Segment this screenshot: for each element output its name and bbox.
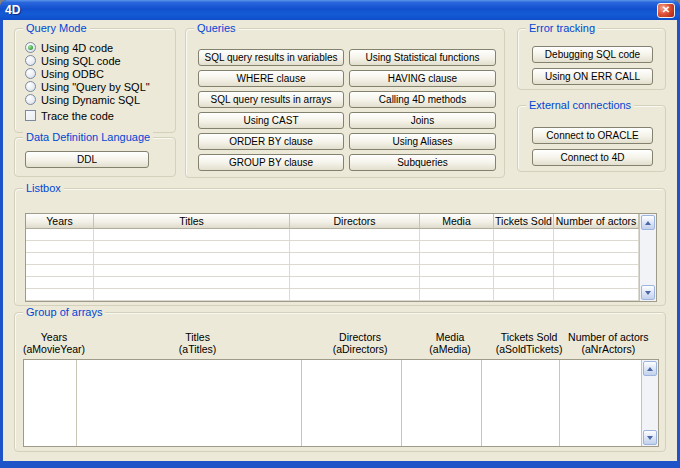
listbox-cell bbox=[494, 253, 554, 264]
listbox-cell bbox=[420, 289, 494, 300]
listbox-columns: Years Titles Directors Media Tickets Sol… bbox=[26, 214, 639, 301]
listbox-cell bbox=[554, 265, 639, 276]
group-queries: Queries SQL query results in variables W… bbox=[185, 28, 505, 178]
listbox-cell bbox=[494, 289, 554, 300]
group-query-mode-title: Query Mode bbox=[23, 22, 90, 35]
radio-using-odbc[interactable]: Using ODBC bbox=[25, 67, 104, 80]
group-listbox: Listbox Years Titles Directors Media Tic… bbox=[14, 188, 666, 306]
listbox-header-row: Years Titles Directors Media Tickets Sol… bbox=[26, 214, 639, 229]
listbox-cell bbox=[420, 265, 494, 276]
listbox-row[interactable] bbox=[26, 241, 639, 253]
arrays-header-tickets-sold: Tickets Sold (aSoldTickets) bbox=[490, 331, 568, 355]
array-column-titles[interactable] bbox=[77, 360, 302, 446]
sql-results-variables-button[interactable]: SQL query results in variables bbox=[198, 49, 344, 66]
arrays-header-titles: Titles (aTitles) bbox=[85, 331, 310, 355]
listbox-cell bbox=[420, 241, 494, 252]
listbox-header-media[interactable]: Media bbox=[420, 214, 494, 229]
group-query-mode: Query Mode Using 4D code Using SQL code … bbox=[14, 28, 176, 133]
joins-button[interactable]: Joins bbox=[349, 112, 496, 129]
radio-icon[interactable] bbox=[25, 55, 36, 66]
title-bar[interactable]: 4D ✕ bbox=[0, 0, 680, 20]
radio-label: Using 4D code bbox=[41, 42, 113, 54]
listbox-cell bbox=[554, 241, 639, 252]
connect-to-4d-button[interactable]: Connect to 4D bbox=[532, 149, 653, 166]
radio-icon[interactable] bbox=[25, 68, 36, 79]
radio-using-query-by-sql[interactable]: Using "Query by SQL" bbox=[25, 80, 150, 93]
scroll-down-button[interactable] bbox=[641, 285, 655, 300]
app-window: 4D ✕ Query Mode Using 4D code Using SQL … bbox=[0, 0, 680, 468]
listbox-cell bbox=[26, 289, 94, 300]
group-ddl-title: Data Definition Language bbox=[23, 131, 153, 144]
listbox-header-titles[interactable]: Titles bbox=[94, 214, 290, 229]
checkbox-trace-the-code[interactable]: Trace the code bbox=[25, 109, 114, 122]
window-title: 4D bbox=[5, 3, 20, 17]
using-aliases-button[interactable]: Using Aliases bbox=[349, 133, 496, 150]
where-clause-button[interactable]: WHERE clause bbox=[198, 70, 344, 87]
listbox-header-tickets-sold[interactable]: Tickets Sold bbox=[494, 214, 554, 229]
listbox-row[interactable] bbox=[26, 229, 639, 241]
ddl-button[interactable]: DDL bbox=[25, 151, 149, 168]
scroll-up-button[interactable] bbox=[643, 361, 657, 376]
using-cast-button[interactable]: Using CAST bbox=[198, 112, 344, 129]
listbox-scrollbar[interactable] bbox=[639, 214, 656, 301]
group-arrays: Group of arrays Years (aMovieYear) Title… bbox=[14, 312, 666, 452]
debugging-sql-code-button[interactable]: Debugging SQL code bbox=[532, 46, 653, 63]
listbox-cell bbox=[554, 253, 639, 264]
array-column-tickets-sold[interactable] bbox=[482, 360, 560, 446]
column-label: Years bbox=[41, 331, 67, 343]
having-clause-button[interactable]: HAVING clause bbox=[349, 70, 496, 87]
group-external-connections-title: External connections bbox=[526, 99, 634, 112]
column-label: Media bbox=[436, 331, 465, 343]
arrays-header-number-of-actors: Number of actors (aNrActors) bbox=[568, 331, 649, 355]
listbox-cell bbox=[94, 229, 290, 240]
radio-icon[interactable] bbox=[25, 42, 36, 53]
radio-using-4d-code[interactable]: Using 4D code bbox=[25, 41, 113, 54]
scroll-down-button[interactable] bbox=[643, 430, 657, 445]
listbox-cell bbox=[420, 229, 494, 240]
array-column-years[interactable] bbox=[24, 360, 77, 446]
listbox-cell bbox=[290, 277, 420, 288]
listbox-row[interactable] bbox=[26, 289, 639, 301]
group-ddl: Data Definition Language DDL bbox=[14, 137, 176, 177]
radio-icon[interactable] bbox=[25, 94, 36, 105]
radio-using-dynamic-sql[interactable]: Using Dynamic SQL bbox=[25, 93, 140, 106]
arrays-header-years: Years (aMovieYear) bbox=[23, 331, 85, 355]
calling-4d-methods-button[interactable]: Calling 4D methods bbox=[349, 91, 496, 108]
subqueries-button[interactable]: Subqueries bbox=[349, 154, 496, 171]
radio-icon[interactable] bbox=[25, 81, 36, 92]
scroll-up-button[interactable] bbox=[641, 215, 655, 230]
listbox-cell bbox=[94, 241, 290, 252]
listbox-cell bbox=[26, 253, 94, 264]
listbox-row[interactable] bbox=[26, 277, 639, 289]
radio-using-sql-code[interactable]: Using SQL code bbox=[25, 54, 121, 67]
column-variable: (aMovieYear) bbox=[23, 343, 85, 355]
connect-to-oracle-button[interactable]: Connect to ORACLE bbox=[532, 127, 653, 144]
statistical-functions-button[interactable]: Using Statistical functions bbox=[349, 49, 496, 66]
array-column-directors[interactable] bbox=[302, 360, 402, 446]
checkbox-icon[interactable] bbox=[25, 110, 36, 121]
listbox-header-years[interactable]: Years bbox=[26, 214, 94, 229]
listbox-cell bbox=[420, 253, 494, 264]
arrays-scrollbar[interactable] bbox=[641, 360, 658, 446]
using-on-err-call-button[interactable]: Using ON ERR CALL bbox=[532, 68, 653, 85]
scrollbar-track[interactable] bbox=[642, 377, 658, 429]
column-variable: (aSoldTickets) bbox=[496, 343, 563, 355]
listbox-row[interactable] bbox=[26, 253, 639, 265]
sql-results-arrays-button[interactable]: SQL query results in arrays bbox=[198, 91, 344, 108]
listbox-header-directors[interactable]: Directors bbox=[290, 214, 420, 229]
array-column-number-of-actors[interactable] bbox=[560, 360, 641, 446]
window-body: Query Mode Using 4D code Using SQL code … bbox=[3, 20, 677, 461]
array-column-media[interactable] bbox=[402, 360, 482, 446]
listbox-header-number-of-actors[interactable]: Number of actors bbox=[554, 214, 639, 229]
group-arrays-title: Group of arrays bbox=[23, 306, 105, 319]
listbox-row[interactable] bbox=[26, 265, 639, 277]
order-by-clause-button[interactable]: ORDER BY clause bbox=[198, 133, 344, 150]
scrollbar-track[interactable] bbox=[640, 231, 656, 284]
scroll-down-icon bbox=[645, 291, 651, 295]
group-listbox-title: Listbox bbox=[23, 182, 64, 195]
arrays-header-row: Years (aMovieYear) Titles (aTitles) Dire… bbox=[23, 331, 642, 355]
listbox-cell bbox=[26, 241, 94, 252]
group-by-clause-button[interactable]: GROUP BY clause bbox=[198, 154, 344, 171]
close-button[interactable]: ✕ bbox=[657, 3, 675, 18]
close-icon: ✕ bbox=[662, 4, 670, 15]
